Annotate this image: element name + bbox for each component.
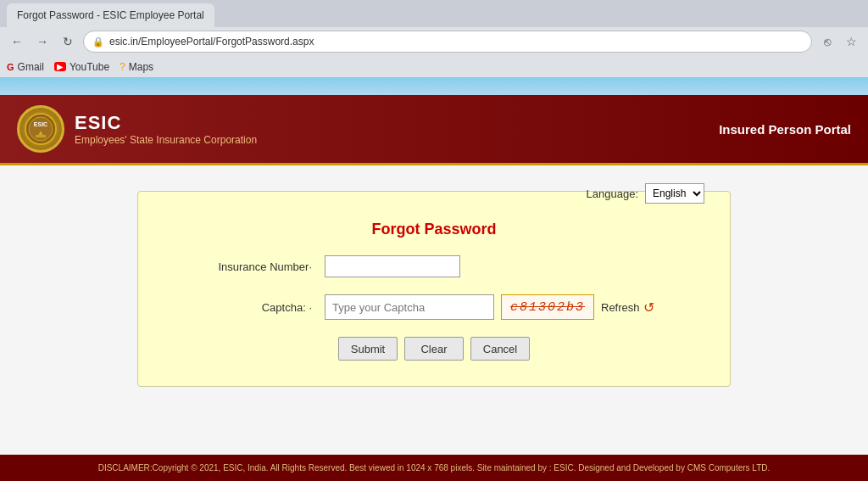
captcha-label: Captcha: · (172, 301, 325, 314)
svg-text:ESIC: ESIC (34, 121, 47, 127)
bookmark-maps-label: Maps (129, 61, 153, 73)
site-footer: DISCLAIMER:Copyright © 2021, ESIC, India… (0, 455, 868, 481)
logo-svg: ESIC (24, 112, 58, 146)
site-header: ESIC ESIC Employees' State Insurance Cor… (0, 95, 868, 163)
logo-area: ESIC ESIC Employees' State Insurance Cor… (17, 105, 257, 153)
reload-button[interactable]: ↻ (58, 31, 78, 52)
nav-bar: ← → ↻ 🔒 esic.in/EmployeePortal/ForgotPas… (0, 27, 868, 56)
portal-name: Insured Person Portal (719, 122, 851, 137)
bookmark-youtube[interactable]: ▶ YouTube (54, 61, 109, 73)
page-wrapper: ESIC ESIC Employees' State Insurance Cor… (0, 95, 868, 481)
bookmark-icon-button[interactable]: ☆ (841, 31, 861, 52)
clear-button[interactable]: Clear (404, 337, 464, 361)
bookmarks-bar: G Gmail ▶ YouTube ? Maps (0, 56, 868, 78)
insurance-number-row: Insurance Number· (164, 255, 704, 277)
address-bar[interactable]: 🔒 esic.in/EmployeePortal/ForgotPassword.… (83, 31, 812, 53)
youtube-icon: ▶ (54, 62, 66, 71)
refresh-icon: ↺ (643, 299, 654, 316)
captcha-input[interactable] (325, 294, 494, 320)
form-title: Forgot Password (164, 221, 704, 238)
insurance-number-label: Insurance Number· (172, 260, 325, 273)
language-label: Language: (587, 187, 638, 200)
address-text: esic.in/EmployeePortal/ForgotPassword.as… (109, 36, 314, 48)
org-name: ESIC (75, 112, 257, 134)
language-row: Language: English Hindi (164, 183, 704, 204)
sky-background (0, 78, 868, 95)
header-text-block: ESIC Employees' State Insurance Corporat… (75, 112, 257, 146)
back-button[interactable]: ← (7, 31, 27, 52)
nav-icon-group: ⎋ ☆ (817, 31, 861, 52)
logo-inner: ESIC (19, 108, 62, 150)
browser-chrome: Forgot Password - ESIC Employee Portal ←… (0, 0, 868, 78)
submit-button[interactable]: Submit (338, 337, 398, 361)
tab-bar: Forgot Password - ESIC Employee Portal (0, 0, 868, 27)
org-subtitle: Employees' State Insurance Corporation (75, 134, 257, 146)
esic-logo: ESIC (17, 105, 64, 153)
lock-icon: 🔒 (92, 36, 104, 48)
tab-title: Forgot Password - ESIC Employee Portal (17, 9, 204, 21)
refresh-label: Refresh (601, 301, 640, 314)
refresh-button[interactable]: Refresh ↺ (601, 299, 654, 316)
bookmark-youtube-label: YouTube (70, 61, 109, 73)
footer-disclaimer: DISCLAIMER:Copyright © 2021, ESIC, India… (17, 463, 851, 473)
bookmark-gmail-label: Gmail (18, 61, 44, 73)
gmail-icon: G (7, 62, 14, 72)
bookmark-maps[interactable]: ? Maps (120, 61, 153, 73)
forgot-password-card: Language: English Hindi Forgot Password … (137, 191, 731, 387)
language-select[interactable]: English Hindi (645, 183, 704, 204)
main-content: Language: English Hindi Forgot Password … (0, 165, 868, 455)
active-tab[interactable]: Forgot Password - ESIC Employee Portal (7, 3, 214, 27)
cancel-button[interactable]: Cancel (470, 337, 530, 361)
captcha-image: c81302b3 (501, 294, 594, 320)
action-buttons-row: Submit Clear Cancel (164, 337, 704, 361)
maps-icon: ? (120, 61, 125, 73)
share-icon-button[interactable]: ⎋ (817, 31, 837, 52)
bookmark-gmail[interactable]: G Gmail (7, 61, 44, 73)
captcha-row: Captcha: · c81302b3 Refresh ↺ (164, 294, 704, 320)
svg-rect-4 (36, 135, 46, 137)
insurance-number-input[interactable] (325, 255, 460, 277)
forward-button[interactable]: → (32, 31, 53, 52)
